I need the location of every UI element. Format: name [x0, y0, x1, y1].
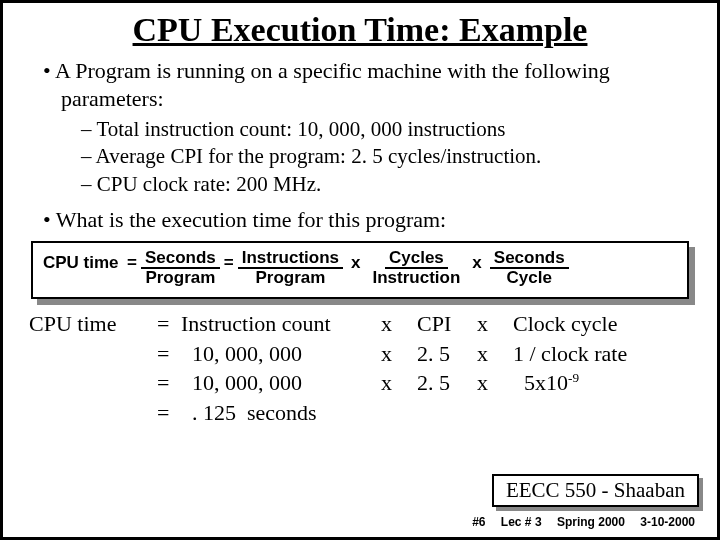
fraction-seconds-program: Seconds Program: [141, 249, 220, 287]
calc-row: = . 125 seconds: [29, 398, 695, 428]
equals: =: [127, 249, 137, 273]
calc-row: = 10, 000, 000 x 2. 5 x 5x10-9: [29, 368, 695, 398]
sci-notation: 5x10-9: [513, 368, 579, 398]
formula-lhs: CPU time: [43, 249, 123, 273]
calc-row: = 10, 000, 000 x 2. 5 x 1 / clock rate: [29, 339, 695, 369]
multiply: x: [351, 249, 360, 273]
fraction-seconds-cycle: Seconds Cycle: [490, 249, 569, 287]
footer-box: EECC 550 - Shaaban: [492, 474, 699, 507]
meta-slide-number: #6: [472, 515, 485, 529]
slide-title: CPU Execution Time: Example: [25, 11, 695, 49]
intro-bullet: A Program is running on a specific machi…: [43, 57, 695, 112]
meta-term: Spring 2000: [557, 515, 625, 529]
formula-box: CPU time = Seconds Program = Instruction…: [31, 241, 689, 299]
fraction-instructions-program: Instructions Program: [238, 249, 343, 287]
footer-text: EECC 550 - Shaaban: [492, 474, 699, 507]
equals: =: [224, 249, 234, 273]
calculation-block: CPU time = Instruction count x CPI x Clo…: [29, 309, 695, 428]
multiply: x: [472, 249, 481, 273]
slide-meta: #6 Lec # 3 Spring 2000 3-10-2000: [460, 515, 695, 529]
meta-date: 3-10-2000: [640, 515, 695, 529]
param-item: CPU clock rate: 200 MHz.: [81, 171, 695, 198]
question-bullet: What is the execution time for this prog…: [43, 206, 695, 234]
calc-row: CPU time = Instruction count x CPI x Clo…: [29, 309, 695, 339]
meta-lecture: Lec # 3: [501, 515, 542, 529]
param-item: Total instruction count: 10, 000, 000 in…: [81, 116, 695, 143]
slide: CPU Execution Time: Example A Program is…: [0, 0, 720, 540]
param-list: Total instruction count: 10, 000, 000 in…: [81, 116, 695, 198]
param-item: Average CPI for the program: 2. 5 cycles…: [81, 143, 695, 170]
fraction-cycles-instruction: Cycles Instruction: [369, 249, 465, 287]
